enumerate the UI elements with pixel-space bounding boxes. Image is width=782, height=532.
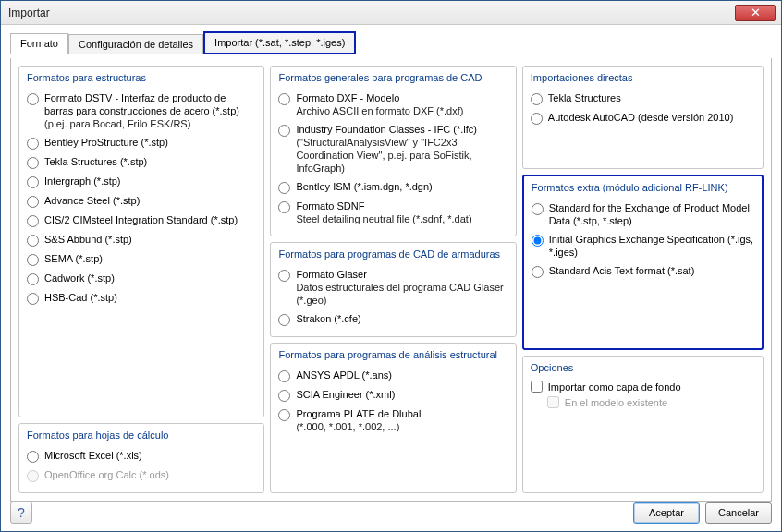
radio-input[interactable]	[278, 370, 290, 382]
radio-input[interactable]	[27, 157, 39, 169]
radio-input[interactable]	[278, 125, 290, 137]
tabstrip: Formato Configuración de detalles Import…	[10, 30, 772, 54]
radio-input[interactable]	[278, 201, 290, 213]
close-icon: ✕	[751, 6, 761, 18]
radio-label: Strakon (*.cfe)	[296, 312, 360, 325]
radio-intergraph[interactable]: Intergraph (*.stp)	[27, 172, 256, 191]
radio-label: SCIA Engineer (*.xml)	[296, 388, 395, 401]
column-right: Importaciones directas Tekla Structures …	[522, 66, 764, 493]
radio-openoffice-calc: OpenOffice.org Calc (*.ods)	[27, 466, 256, 485]
group-title: Importaciones directas	[531, 72, 755, 83]
cancel-button[interactable]: Cancelar	[705, 502, 772, 524]
radio-input[interactable]	[532, 203, 544, 215]
group-title: Formatos para programas de CAD de armadu…	[278, 248, 507, 260]
titlebar: Importar ✕	[1, 1, 781, 25]
close-button[interactable]: ✕	[735, 5, 776, 21]
radio-label: Autodesk AutoCAD (desde versión 2010)	[548, 111, 734, 124]
radio-cadwork[interactable]: Cadwork (*.stp)	[27, 269, 256, 288]
radio-label: Microsoft Excel (*.xls)	[44, 449, 142, 462]
radio-input[interactable]	[532, 235, 544, 247]
radio-label: CIS/2 CIMsteel Integration Standard (*.s…	[44, 213, 238, 226]
radio-input[interactable]	[278, 409, 290, 421]
checkbox-input[interactable]	[531, 381, 543, 393]
radio-ansys[interactable]: ANSYS APDL (*.ans)	[278, 366, 507, 385]
radio-tekla-direct[interactable]: Tekla Structures	[531, 89, 755, 108]
radio-label: Initial Graphics Exchange Specification …	[549, 233, 754, 259]
radio-label: S&S Abbund (*.stp)	[44, 233, 132, 246]
radio-plate-dlubal[interactable]: Programa PLATE de Dlubal(*.000, *.001, *…	[278, 405, 507, 436]
radio-label: Cadwork (*.stp)	[44, 272, 115, 284]
radio-ifc[interactable]: Industry Foundation Classes - IFC (*.ifc…	[278, 120, 507, 177]
radio-sema[interactable]: SEMA (*.stp)	[27, 249, 256, 269]
radio-input[interactable]	[27, 215, 39, 227]
radio-input[interactable]	[27, 293, 39, 305]
tab-label: Importar (*.sat, *.step, *.iges)	[214, 37, 345, 48]
accept-button[interactable]: Aceptar	[633, 502, 700, 524]
radio-bentley-prostructure[interactable]: Bentley ProStructure (*.stp)	[27, 133, 256, 152]
radio-label: ANSYS APDL (*.ans)	[296, 369, 392, 381]
radio-input[interactable]	[27, 196, 39, 208]
radio-input[interactable]	[27, 254, 39, 266]
radio-cis2-cimsteel[interactable]: CIS/2 CIMsteel Integration Standard (*.s…	[27, 211, 256, 230]
radio-strakon[interactable]: Strakon (*.cfe)	[278, 309, 507, 329]
group-formatos-extra-rflink: Formatos extra (módulo adicional RF-LINK…	[522, 175, 764, 350]
help-button[interactable]: ?	[10, 502, 32, 524]
radio-input[interactable]	[278, 390, 290, 402]
radio-label: Standard for the Exchange of Product Mod…	[549, 201, 754, 227]
column-middle: Formatos generales para programas de CAD…	[270, 66, 516, 493]
radio-dstv[interactable]: Formato DSTV - Interfaz de producto de b…	[27, 89, 256, 133]
radio-sublabel: (p.ej. para Bocad, Frilo ESK/RS)	[44, 117, 256, 130]
radio-ss-abbund[interactable]: S&S Abbund (*.stp)	[27, 230, 256, 249]
radio-hsb-cad[interactable]: HSB-Cad (*.stp)	[27, 288, 256, 308]
radio-scia[interactable]: SCIA Engineer (*.xml)	[278, 385, 507, 405]
radio-label: OpenOffice.org Calc (*.ods)	[44, 468, 169, 481]
dialog-footer: ? Aceptar Cancelar	[10, 502, 772, 524]
radio-label: Formato DSTV - Interfaz de producto de b…	[44, 92, 239, 116]
checkbox-label: Importar como capa de fondo	[548, 381, 681, 393]
radio-input[interactable]	[278, 314, 290, 326]
radio-input[interactable]	[27, 235, 39, 247]
radio-input[interactable]	[531, 93, 543, 105]
group-title: Opciones	[531, 362, 755, 373]
radio-label: Tekla Structures (*.stp)	[44, 155, 147, 168]
checkbox-label: En el modelo existente	[565, 397, 667, 408]
radio-label: Formato SDNF	[296, 200, 364, 212]
radio-input	[27, 470, 39, 482]
radio-label: Bentley ProStructure (*.stp)	[44, 136, 168, 149]
group-title: Formatos para estructuras	[27, 72, 256, 83]
radio-sdnf[interactable]: Formato SDNFSteel detailing neutral file…	[278, 197, 507, 228]
tab-importar-sat-step-iges[interactable]: Importar (*.sat, *.step, *.iges)	[203, 31, 356, 54]
radio-input[interactable]	[27, 138, 39, 150]
tab-config-detalles[interactable]: Configuración de detalles	[68, 34, 203, 54]
radio-input[interactable]	[532, 266, 544, 278]
radio-glaser[interactable]: Formato GlaserDatos estructurales del pr…	[278, 265, 507, 309]
group-title: Formatos generales para programas de CAD	[278, 72, 507, 83]
radio-input[interactable]	[27, 273, 39, 285]
check-importar-capa-fondo[interactable]: Importar como capa de fondo	[531, 379, 755, 394]
tab-formato[interactable]: Formato	[10, 33, 68, 54]
radio-autocad-direct[interactable]: Autodesk AutoCAD (desde versión 2010)	[531, 108, 755, 127]
radio-sat[interactable]: Standard Acis Text format (*.sat)	[532, 261, 754, 281]
radio-input[interactable]	[531, 113, 543, 125]
radio-input[interactable]	[27, 176, 39, 188]
tab-panel-formato: Formatos para estructuras Formato DSTV -…	[10, 58, 772, 502]
radio-input[interactable]	[278, 93, 290, 105]
group-formatos-estructuras: Formatos para estructuras Formato DSTV -…	[18, 66, 264, 417]
radio-input[interactable]	[27, 93, 39, 105]
radio-iges[interactable]: Initial Graphics Exchange Specification …	[532, 230, 754, 261]
radio-dxf[interactable]: Formato DXF - ModeloArchivo ASCII en for…	[278, 89, 507, 120]
radio-label: Formato DXF - Modelo	[296, 92, 399, 103]
radio-label: Industry Foundation Classes - IFC (*.ifc…	[296, 124, 477, 135]
radio-input[interactable]	[278, 182, 290, 194]
radio-label: Formato Glaser	[296, 269, 366, 280]
group-cad-general: Formatos generales para programas de CAD…	[270, 66, 516, 236]
radio-input[interactable]	[278, 270, 290, 282]
radio-step[interactable]: Standard for the Exchange of Product Mod…	[532, 199, 754, 230]
group-title: Formatos extra (módulo adicional RF-LINK…	[532, 182, 754, 193]
radio-tekla-structures-stp[interactable]: Tekla Structures (*.stp)	[27, 152, 256, 172]
radio-advance-steel[interactable]: Advance Steel (*.stp)	[27, 191, 256, 211]
radio-input[interactable]	[27, 451, 39, 463]
group-title: Formatos para hojas de cálculo	[27, 429, 256, 441]
radio-bentley-ism[interactable]: Bentley ISM (*.ism.dgn, *.dgn)	[278, 177, 507, 197]
radio-excel[interactable]: Microsoft Excel (*.xls)	[27, 446, 256, 466]
